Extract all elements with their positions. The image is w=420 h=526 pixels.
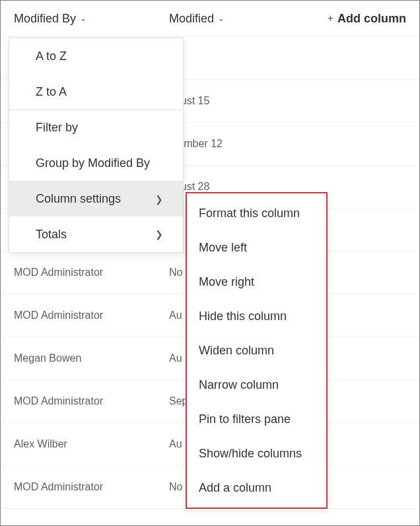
menu-item-label: Widen column xyxy=(199,344,274,358)
cell-modified-by: MOD Administrator xyxy=(14,395,169,407)
cell-modified: ugust 28 xyxy=(169,181,406,193)
menu-item-label: Format this column xyxy=(199,207,300,220)
submenu-item-show-hide-columns[interactable]: Show/hide columns xyxy=(187,436,326,471)
chevron-down-icon: ⌄ xyxy=(218,14,225,23)
menu-item-label: Narrow column xyxy=(199,378,279,392)
menu-item-filter-by[interactable]: Filter by xyxy=(9,110,183,145)
submenu-item-move-left[interactable]: Move left xyxy=(187,230,326,265)
column-header-modified[interactable]: Modified ⌄ xyxy=(169,12,328,26)
menu-item-label: Filter by xyxy=(36,121,78,135)
cell-modified-by: MOD Administrator xyxy=(14,481,169,493)
column-header-label: Modified xyxy=(169,12,214,26)
chevron-right-icon: ❯ xyxy=(155,229,163,240)
cell-modified: otember 12 xyxy=(169,138,406,150)
column-dropdown-menu: A to Z Z to A Filter by Group by Modifie… xyxy=(9,38,184,253)
cell-modified: ugust 15 xyxy=(169,95,406,107)
chevron-right-icon: ❯ xyxy=(155,194,163,205)
column-header-label: Modified By xyxy=(14,12,76,26)
cell-modified-by: Megan Bowen xyxy=(14,352,169,364)
submenu-item-narrow-column[interactable]: Narrow column xyxy=(187,368,326,402)
column-header-row: Modified By ⌄ Modified ⌄ + Add column xyxy=(1,1,419,37)
menu-item-label: Group by Modified By xyxy=(36,156,150,170)
menu-item-label: Hide this column xyxy=(199,310,287,323)
menu-item-label: Z to A xyxy=(36,85,67,99)
menu-item-label: Show/hide columns xyxy=(199,447,302,461)
cell-modified-by: Alex Wilber xyxy=(14,438,169,450)
add-column-label: Add column xyxy=(337,12,406,26)
column-settings-submenu: Format this column Move left Move right … xyxy=(186,192,328,509)
menu-item-label: Pin to filters pane xyxy=(199,412,291,426)
submenu-item-hide-column[interactable]: Hide this column xyxy=(187,299,326,333)
menu-item-label: Column settings xyxy=(36,192,121,206)
menu-item-sort-ascending[interactable]: A to Z xyxy=(9,38,183,74)
submenu-item-widen-column[interactable]: Widen column xyxy=(187,333,326,368)
menu-item-label: Move right xyxy=(199,275,254,289)
column-header-modified-by[interactable]: Modified By ⌄ xyxy=(14,12,169,26)
submenu-item-pin-to-filters[interactable]: Pin to filters pane xyxy=(187,402,326,436)
menu-item-label: A to Z xyxy=(36,49,67,63)
cell-modified-by: MOD Administrator xyxy=(14,267,169,279)
menu-item-label: Totals xyxy=(36,228,67,242)
menu-item-sort-descending[interactable]: Z to A xyxy=(9,74,183,110)
menu-item-group-by[interactable]: Group by Modified By xyxy=(9,145,183,181)
chevron-down-icon: ⌄ xyxy=(80,14,87,23)
menu-item-label: Move left xyxy=(199,241,247,255)
menu-item-column-settings[interactable]: Column settings ❯ xyxy=(9,181,183,216)
menu-item-label: Add a column xyxy=(199,481,271,495)
plus-icon: + xyxy=(328,13,333,24)
cell-modified-by: MOD Administrator xyxy=(14,310,169,321)
submenu-item-add-column[interactable]: Add a column xyxy=(187,471,326,505)
add-column-button[interactable]: + Add column xyxy=(328,12,406,26)
submenu-item-format-column[interactable]: Format this column xyxy=(187,196,326,230)
menu-item-totals[interactable]: Totals ❯ xyxy=(9,216,183,252)
submenu-item-move-right[interactable]: Move right xyxy=(187,265,326,299)
